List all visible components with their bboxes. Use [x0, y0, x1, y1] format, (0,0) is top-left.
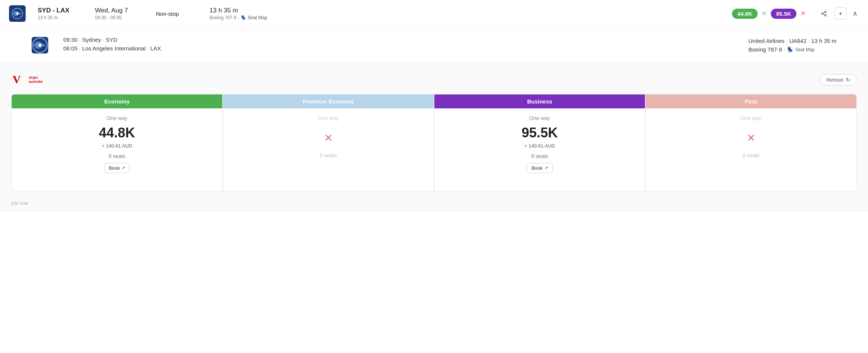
flight-stop: Non-stop [156, 11, 197, 17]
svg-point-3 [822, 13, 823, 14]
first-oneway: One way [741, 115, 761, 121]
economy-seats: 9 seats [108, 153, 125, 159]
departure-row: 09:30 · Sydney · SYD [63, 37, 191, 43]
premium-header: Premium Economy [223, 94, 434, 108]
collapse-button[interactable]: ∧ [851, 8, 859, 19]
economy-price: 44.8K [99, 125, 135, 141]
first-header: First [646, 94, 856, 108]
first-unavailable-icon: ✕ [747, 132, 755, 144]
economy-header: Economy [12, 94, 222, 108]
share-button[interactable] [818, 8, 830, 20]
fare-card-economy: Economy One way 44.8K + 140.61 AUD 9 sea… [11, 94, 223, 192]
departure-city: Sydney [82, 37, 101, 43]
aircraft-row: Boeing 787-9 · 💺 Seat Map [748, 46, 836, 53]
close-business-icon[interactable]: ✕ [800, 9, 806, 18]
svg-point-4 [825, 15, 826, 16]
business-seats: 9 seats [531, 153, 548, 159]
fares-section: V virginaustralia Refresh ↻ Economy One … [0, 63, 868, 198]
seat-icon-detail: 💺 [787, 46, 794, 53]
svg-point-2 [825, 11, 826, 12]
external-link-icon: ↗ [122, 166, 125, 170]
flight-date-main: Wed, Aug 7 [95, 7, 144, 14]
flight-route: SYD - LAX 13 h 35 m [38, 7, 83, 20]
flight-card: SYD - LAX 13 h 35 m Wed, Aug 7 09:30 - 0… [0, 0, 868, 211]
economy-oneway: One way [107, 115, 127, 121]
price-badges: 44.8K ✕ 95.5K ✕ [732, 9, 806, 19]
flight-header: SYD - LAX 13 h 35 m Wed, Aug 7 09:30 - 0… [0, 0, 868, 27]
arrival-time: 06:05 [63, 45, 78, 52]
business-header: Business [434, 94, 645, 108]
fare-card-premium: Premium Economy One way ✕ 0 seats [223, 94, 434, 192]
fare-card-first: First One way ✕ 0 seats [645, 94, 857, 192]
first-seats: 0 seats [743, 152, 760, 158]
airline-logo [9, 5, 26, 22]
premium-body: One way ✕ 0 seats [223, 108, 434, 191]
flight-times: 09:30 - 06:05 [95, 15, 144, 20]
departure-time: 09:30 [63, 37, 78, 43]
economy-badge[interactable]: 44.8K [732, 9, 758, 19]
timestamp: just now [0, 198, 868, 210]
departure-code: SYD [106, 37, 118, 43]
detail-times: 09:30 · Sydney · SYD 06:05 · Los Angeles… [63, 37, 191, 54]
refresh-button[interactable]: Refresh ↻ [820, 74, 857, 85]
seat-icon: 💺 [241, 15, 246, 20]
virgin-text: virginaustralia [29, 76, 43, 84]
fares-header: V virginaustralia Refresh ↻ [11, 72, 857, 87]
external-link-icon-biz: ↗ [544, 166, 548, 170]
duration-sub: Boeing 787-9 · 💺 Seat Map [209, 15, 720, 20]
economy-body: One way 44.8K + 140.61 AUD 9 seats Book … [12, 108, 222, 191]
refresh-icon: ↻ [846, 77, 850, 83]
arrival-code: LAX [150, 45, 161, 52]
flight-date: Wed, Aug 7 09:30 - 06:05 [95, 7, 144, 20]
detail-info: United Airlines · UA842 · 13 h 35 m Boei… [748, 38, 836, 53]
add-button[interactable] [834, 8, 847, 20]
virgin-icon: V [11, 72, 26, 87]
fare-cards: Economy One way 44.8K + 140.61 AUD 9 sea… [11, 94, 857, 192]
svg-line-5 [823, 14, 825, 15]
arrival-row: 06:05 · Los Angeles International · LAX [63, 45, 191, 52]
premium-unavailable-icon: ✕ [324, 132, 333, 144]
fare-card-business: Business One way 95.5K + 140.61 AUD 9 se… [434, 94, 645, 192]
virgin-logo: V virginaustralia [11, 72, 43, 87]
business-oneway: One way [529, 115, 550, 121]
detail-aircraft: Boeing 787-9 [748, 46, 782, 53]
economy-fee: + 140.61 AUD [102, 143, 132, 149]
svg-point-10 [38, 44, 41, 47]
flight-detail: 09:30 · Sydney · SYD 06:05 · Los Angeles… [0, 27, 868, 63]
route-duration: 13 h 35 m [38, 15, 83, 20]
airline-name: United Airlines [748, 38, 784, 44]
first-body: One way ✕ 0 seats [646, 108, 856, 191]
business-body: One way 95.5K + 140.61 AUD 9 seats Book … [434, 108, 645, 191]
detail-airline-logo [32, 37, 48, 53]
detail-duration: 13 h 35 m [811, 38, 836, 44]
seat-map-link[interactable]: Seat Map [248, 15, 267, 20]
arrival-city: Los Angeles International [82, 45, 145, 52]
refresh-label: Refresh [826, 77, 844, 83]
duration-main: 13 h 35 m [209, 7, 720, 14]
aircraft-name: Boeing 787-9 [209, 15, 236, 20]
business-book-button[interactable]: Book ↗ [527, 163, 553, 173]
economy-book-button[interactable]: Book ↗ [104, 163, 130, 173]
svg-point-1 [16, 12, 18, 15]
dot-sep: · [238, 15, 239, 20]
flight-duration: 13 h 35 m Boeing 787-9 · 💺 Seat Map [209, 7, 720, 20]
header-actions: ∧ [818, 8, 859, 20]
svg-line-6 [823, 12, 825, 13]
premium-oneway: One way [318, 115, 339, 121]
business-fee: + 140.61 AUD [524, 143, 555, 149]
detail-seat-map-link[interactable]: Seat Map [795, 47, 815, 52]
premium-seats: 0 seats [320, 152, 337, 158]
svg-text:V: V [12, 73, 21, 86]
business-price: 95.5K [521, 125, 558, 141]
airline-row: United Airlines · UA842 · 13 h 35 m [748, 38, 836, 44]
close-economy-icon[interactable]: ✕ [761, 9, 767, 18]
business-badge[interactable]: 95.5K [771, 9, 796, 19]
flight-number: UA842 [789, 38, 807, 44]
route-main: SYD - LAX [38, 7, 83, 14]
